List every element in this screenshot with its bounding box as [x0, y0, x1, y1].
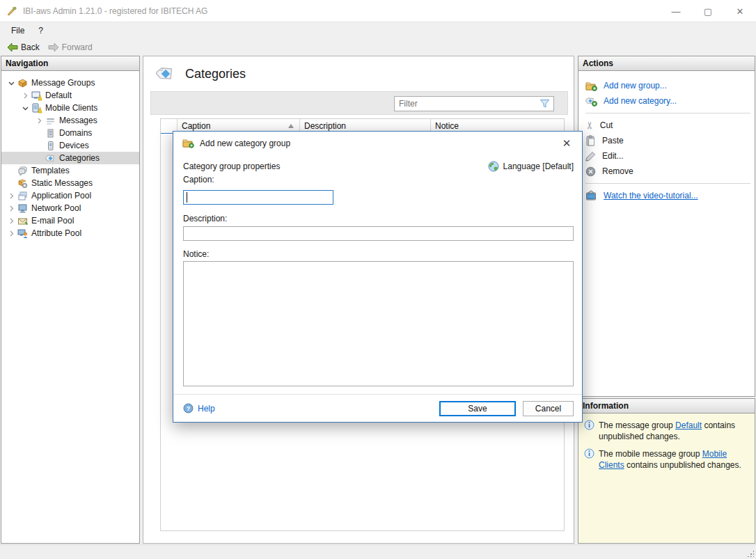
toolbar: Back Forward	[0, 39, 756, 55]
action-add-new-group[interactable]: Add new group...	[585, 78, 755, 93]
help-link[interactable]: ? Help	[183, 403, 215, 414]
chevron-right-icon[interactable]	[6, 230, 17, 237]
chevron-right-icon[interactable]	[33, 118, 45, 124]
domains-icon	[45, 128, 56, 139]
tree-label: Categories	[59, 153, 100, 163]
phone-warning-icon	[31, 103, 42, 113]
action-paste[interactable]: Paste	[585, 133, 755, 148]
information-panel: Information The message group Default co…	[578, 398, 755, 544]
messages-icon	[45, 116, 56, 126]
filter-strip	[150, 91, 568, 115]
forward-button[interactable]: Forward	[44, 41, 97, 54]
tree-item-templates[interactable]: Templates	[1, 164, 139, 177]
menu-bar: File ?	[0, 22, 756, 39]
info-link-default[interactable]: Default	[675, 420, 702, 430]
dialog-section-label: Category group properties	[183, 162, 280, 171]
tree-label: Application Pool	[31, 191, 91, 200]
chevron-down-icon[interactable]	[19, 105, 31, 111]
chevron-down-icon[interactable]	[6, 80, 17, 86]
templates-icon	[17, 166, 29, 176]
action-watch-video-tutorial[interactable]: Watch the video-tutorial...	[585, 188, 755, 203]
add-category-group-dialog: Add new category group ✕ Category group …	[173, 131, 583, 423]
tree-label: Messages	[59, 116, 97, 125]
network-pool-icon	[17, 203, 29, 214]
globe-icon	[488, 161, 499, 172]
message-groups-icon	[17, 78, 29, 88]
tree-item-mobile-clients[interactable]: Mobile Clients	[1, 102, 139, 114]
filter-funnel-icon[interactable]	[540, 99, 550, 109]
tree-item-message-groups[interactable]: Message Groups	[1, 77, 139, 89]
language-label: Language [Default]	[503, 162, 574, 171]
tag-icon	[45, 153, 56, 164]
info-message: The mobile message group Mobile Clients …	[584, 448, 749, 471]
sort-ascending-icon	[288, 124, 294, 128]
tree-item-categories[interactable]: Categories	[1, 152, 139, 164]
info-message: The message group Default contains unpub…	[584, 420, 749, 442]
tree-item-attribute-pool[interactable]: Attribute Pool	[1, 227, 139, 239]
tree-item-application-pool[interactable]: Application Pool	[1, 189, 139, 202]
tree-label: Static Messages	[31, 178, 93, 188]
chevron-right-icon[interactable]	[19, 93, 31, 99]
caption-input[interactable]	[183, 190, 333, 205]
save-button[interactable]: Save	[439, 401, 516, 416]
dialog-close-icon[interactable]: ✕	[560, 136, 574, 150]
info-icon	[584, 420, 594, 442]
description-label: Description:	[183, 214, 227, 223]
forward-arrow-icon	[48, 42, 59, 52]
minimize-button[interactable]: —	[660, 0, 692, 22]
info-icon	[584, 448, 594, 471]
chevron-right-icon[interactable]	[6, 205, 17, 212]
information-header: Information	[578, 399, 755, 414]
chevron-right-icon[interactable]	[6, 218, 17, 224]
language-selector[interactable]: Language [Default]	[488, 161, 574, 172]
close-button[interactable]: ✕	[724, 0, 756, 22]
attribute-pool-icon	[17, 228, 29, 239]
forward-label: Forward	[62, 42, 93, 52]
tree-item-devices[interactable]: Devices	[1, 139, 139, 152]
tv-icon	[585, 190, 597, 201]
tree-item-domains[interactable]: Domains	[1, 127, 139, 139]
tag-plus-icon	[585, 96, 597, 107]
scissors-icon: ✂	[584, 121, 595, 129]
dialog-title: Add new category group	[200, 139, 290, 148]
tree-item-email-pool[interactable]: E-mail Pool	[1, 214, 139, 227]
actions-header: Actions	[578, 56, 755, 71]
action-edit[interactable]: Edit...	[585, 148, 755, 164]
tree-item-messages[interactable]: Messages	[1, 114, 139, 127]
notice-label: Notice:	[183, 249, 209, 259]
resize-grip-icon[interactable]	[747, 550, 754, 557]
text-caret	[187, 192, 187, 203]
tree-label: Attribute Pool	[31, 228, 81, 238]
maximize-button[interactable]: ▢	[692, 0, 724, 22]
static-messages-icon	[17, 178, 29, 189]
app-icon	[6, 6, 17, 17]
categories-page-icon	[156, 64, 175, 84]
filter-input[interactable]	[395, 99, 540, 109]
action-cut[interactable]: ✂ Cut	[585, 118, 755, 133]
tree-label: Message Groups	[31, 78, 95, 88]
cancel-button[interactable]: Cancel	[523, 401, 574, 416]
menu-help[interactable]: ?	[31, 23, 50, 38]
title-bar: IBI-aws Admin 1.21.0 - registered for IB…	[0, 0, 756, 22]
clipboard-icon	[585, 135, 596, 146]
tree-item-static-messages[interactable]: Static Messages	[1, 177, 139, 189]
action-add-new-category[interactable]: Add new category...	[585, 93, 755, 109]
tree-label: Default	[45, 90, 72, 100]
folder-plus-icon	[585, 81, 597, 91]
action-remove[interactable]: Remove	[585, 164, 755, 179]
navigation-tree: Message Groups Default Mobile Clients Me…	[1, 71, 139, 239]
remove-icon	[585, 166, 596, 177]
notice-textarea[interactable]	[183, 261, 574, 386]
chevron-right-icon[interactable]	[6, 193, 17, 199]
actions-separator	[585, 183, 750, 184]
back-button[interactable]: Back	[3, 41, 44, 54]
menu-file[interactable]: File	[4, 23, 31, 38]
tree-item-network-pool[interactable]: Network Pool	[1, 202, 139, 214]
tree-label: E-mail Pool	[31, 216, 74, 226]
help-icon: ?	[183, 403, 194, 414]
tree-item-default[interactable]: Default	[1, 89, 139, 102]
help-label: Help	[198, 404, 215, 414]
description-input[interactable]	[183, 226, 574, 241]
tree-label: Templates	[31, 166, 70, 175]
devices-icon	[45, 141, 56, 151]
